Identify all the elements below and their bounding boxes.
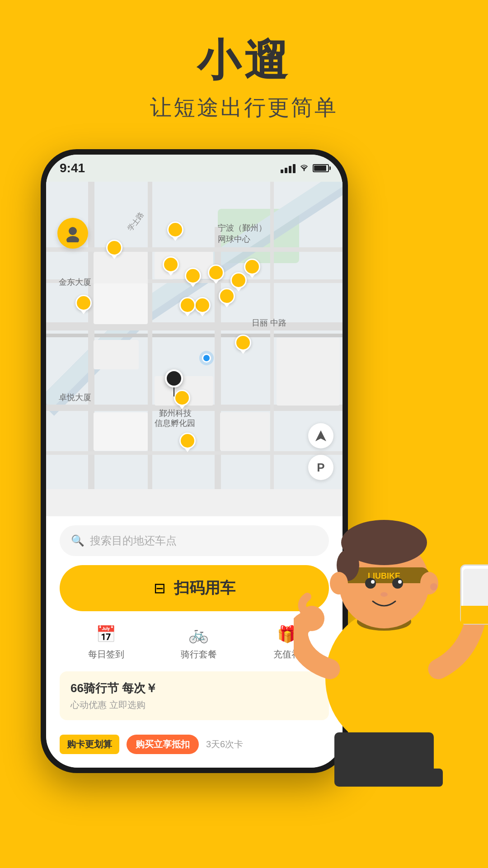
- user-location-dot: [202, 354, 211, 363]
- svg-point-0: [304, 170, 305, 171]
- quick-actions: 📅 每日签到 🚲 骑行套餐 🎁 充值礼: [60, 625, 329, 660]
- bike-marker[interactable]: [179, 297, 196, 317]
- character-illustration: LIUBIKE: [294, 443, 488, 787]
- svg-point-37: [420, 572, 438, 594]
- svg-rect-19: [277, 338, 340, 406]
- bike-marker[interactable]: [194, 297, 211, 317]
- signin-icon: 📅: [96, 625, 116, 644]
- scan-button-label: 扫码用车: [174, 578, 235, 599]
- search-icon: 🔍: [71, 534, 84, 547]
- svg-point-21: [69, 227, 77, 235]
- status-bar: 9:41: [46, 155, 343, 182]
- svg-rect-45: [407, 769, 443, 787]
- character-svg: LIUBIKE: [294, 443, 488, 787]
- map-label-rili: 日丽 中路: [252, 317, 286, 328]
- svg-point-35: [380, 592, 388, 597]
- svg-rect-18: [94, 340, 139, 369]
- bike-marker[interactable]: [167, 222, 183, 241]
- bike-marker[interactable]: [219, 288, 235, 308]
- app-title: 小遛: [0, 36, 488, 84]
- card-section[interactable]: 购卡更划算 购买立享抵扣 3天6次卡: [60, 727, 329, 754]
- bike-marker[interactable]: [75, 295, 92, 315]
- card-price-label: 3天6次卡: [206, 738, 243, 750]
- svg-rect-14: [94, 283, 148, 324]
- svg-rect-17: [94, 412, 148, 451]
- header: 小遛 让短途出行更简单: [0, 0, 488, 136]
- svg-point-32: [392, 578, 403, 589]
- bike-marker[interactable]: [163, 256, 179, 276]
- svg-point-34: [398, 580, 402, 584]
- svg-point-22: [66, 236, 79, 242]
- bike-marker[interactable]: [185, 268, 201, 288]
- map-label-ningbo: 宁波（鄞州）: [218, 222, 267, 233]
- card-buy-button[interactable]: 购买立享抵扣: [127, 735, 199, 754]
- svg-rect-16: [220, 412, 270, 451]
- status-icons: [281, 163, 329, 174]
- wifi-icon: [299, 163, 309, 174]
- quick-action-signin[interactable]: 📅 每日签到: [88, 625, 124, 660]
- bike-marker[interactable]: [235, 335, 251, 354]
- promo-section[interactable]: 66骑行节 每次￥ 心动优惠 立即选购: [60, 671, 329, 720]
- svg-rect-44: [339, 769, 375, 787]
- svg-rect-42: [461, 606, 488, 624]
- signin-label: 每日签到: [88, 648, 124, 660]
- scan-button[interactable]: ⊟ 扫码用车: [60, 565, 329, 611]
- card-badge: 购卡更划算: [60, 735, 119, 754]
- promo-title: 66骑行节 每次￥: [70, 680, 318, 696]
- map-label-zhuoyue: 卓悦大厦: [59, 392, 91, 403]
- svg-point-31: [365, 578, 376, 589]
- scan-icon: ⊟: [154, 580, 166, 597]
- svg-point-36: [330, 572, 348, 594]
- profile-button[interactable]: [57, 218, 88, 249]
- app-subtitle: 让短途出行更简单: [0, 93, 488, 122]
- package-label: 骑行套餐: [181, 648, 217, 660]
- svg-point-38: [430, 583, 437, 590]
- promo-subtitle: 心动优惠 立即选购: [70, 699, 318, 711]
- signal-icon: [281, 163, 296, 173]
- map-label-jindong: 金东大厦: [59, 277, 91, 288]
- search-bar[interactable]: 🔍 搜索目的地还车点: [60, 525, 329, 556]
- svg-point-33: [371, 580, 375, 584]
- quick-action-package[interactable]: 🚲 骑行套餐: [181, 625, 217, 660]
- bike-marker[interactable]: [244, 259, 260, 278]
- bike-marker[interactable]: [106, 240, 122, 259]
- battery-icon: [313, 164, 329, 172]
- status-time: 9:41: [60, 161, 85, 175]
- map-label-tennis: 网球中心: [218, 234, 250, 245]
- map-label-tech2: 信息孵化园: [155, 418, 195, 429]
- svg-marker-23: [315, 430, 326, 441]
- bike-marker[interactable]: [179, 433, 196, 453]
- search-placeholder: 搜索目的地还车点: [90, 533, 177, 548]
- bike-marker[interactable]: [208, 264, 224, 284]
- current-location-marker: [165, 369, 183, 396]
- package-icon: 🚲: [188, 625, 209, 644]
